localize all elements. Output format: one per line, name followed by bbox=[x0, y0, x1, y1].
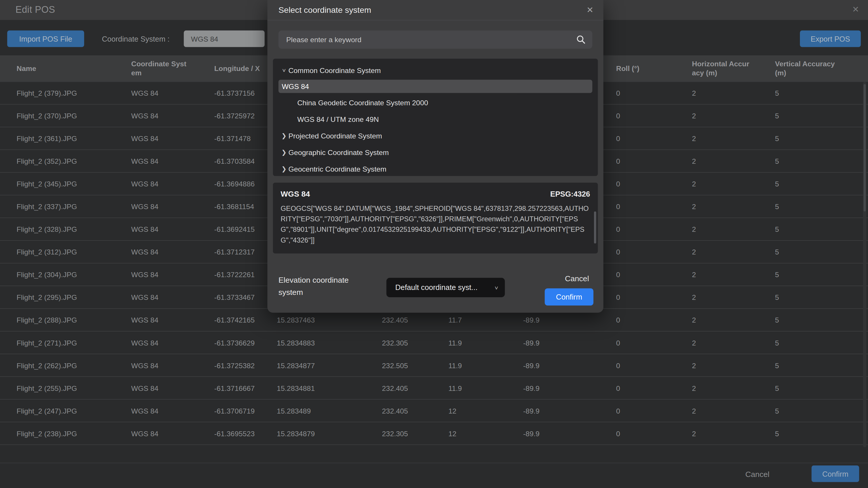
table-cell: -61.3737156 bbox=[214, 82, 272, 105]
keyword-search-input[interactable]: Please enter a keyword bbox=[278, 31, 592, 49]
table-cell: 2 bbox=[692, 331, 753, 354]
table-cell: -61.3725382 bbox=[214, 354, 272, 377]
coordinate-system-label: Coordinate System : bbox=[102, 31, 169, 47]
table-cell: 5 bbox=[775, 173, 839, 195]
table-cell: WGS 84 bbox=[131, 127, 188, 150]
table-cell: WGS 84 bbox=[131, 286, 188, 309]
tree-group-label: Projected Coordinate System bbox=[288, 131, 382, 140]
table-cell: -61.3716667 bbox=[214, 377, 272, 399]
table-cell: 5 bbox=[775, 309, 839, 331]
table-cell: Flight_2 (328).JPG bbox=[17, 218, 122, 241]
table-cell: 15.2834879 bbox=[277, 422, 338, 445]
tree-group-projected[interactable]: ❯ Projected Coordinate System bbox=[273, 127, 598, 144]
table-cell: 5 bbox=[775, 331, 839, 354]
table-row[interactable]: Flight_2 (262).JPGWGS 84-61.372538215.28… bbox=[0, 354, 868, 377]
table-cell: 2 bbox=[692, 377, 753, 399]
table-cell: Flight_2 (312).JPG bbox=[17, 241, 122, 263]
table-cell: 15.2834877 bbox=[277, 354, 338, 377]
import-pos-button[interactable]: Import POS File bbox=[7, 31, 84, 47]
table-cell: WGS 84 bbox=[131, 241, 188, 263]
coordinate-system-input[interactable]: WGS 84 bbox=[184, 31, 265, 47]
tree-item-wgs84-selected[interactable]: WGS 84 bbox=[278, 80, 592, 93]
table-cell: WGS 84 bbox=[131, 218, 188, 241]
chevron-down-icon: ˅ bbox=[495, 278, 498, 297]
dialog-close-icon[interactable]: ✕ bbox=[586, 5, 593, 15]
select-coordinate-system-dialog: Select coordinate system ✕ Please enter … bbox=[267, 0, 603, 313]
table-cell: 2 bbox=[692, 241, 753, 263]
coordinate-tree: ˅ Common Coordinate System WGS 84 China … bbox=[273, 59, 598, 176]
tree-group-common[interactable]: ˅ Common Coordinate System bbox=[273, 62, 598, 78]
table-cell: 2 bbox=[692, 263, 753, 286]
table-cell: 2 bbox=[692, 422, 753, 445]
table-cell: 12 bbox=[448, 422, 498, 445]
table-cell: Flight_2 (255).JPG bbox=[17, 377, 122, 399]
tree-item-wgs84-utm49n[interactable]: WGS 84 / UTM zone 49N bbox=[273, 111, 598, 127]
table-cell: -89.9 bbox=[523, 377, 573, 399]
table-cell: Flight_2 (345).JPG bbox=[17, 173, 122, 195]
app-window: Edit POS ✕ Import POS File Coordinate Sy… bbox=[0, 0, 868, 488]
table-cell: -61.3681154 bbox=[214, 195, 272, 218]
chevron-down-icon: ˅ bbox=[280, 67, 288, 73]
info-scrollbar-thumb[interactable] bbox=[594, 212, 596, 243]
table-cell: -61.3695523 bbox=[214, 422, 272, 445]
tree-item-cgcs2000[interactable]: China Geodetic Coordinate System 2000 bbox=[273, 94, 598, 111]
table-cell: Flight_2 (361).JPG bbox=[17, 127, 122, 150]
crs-name: WGS 84 bbox=[281, 189, 310, 198]
table-cell: 15.2834881 bbox=[277, 377, 338, 399]
table-cell: -89.9 bbox=[523, 399, 573, 422]
table-row[interactable]: Flight_2 (255).JPGWGS 84-61.371666715.28… bbox=[0, 377, 868, 399]
table-cell: 5 bbox=[775, 150, 839, 173]
page-cancel-button[interactable]: Cancel bbox=[745, 465, 769, 483]
tree-group-geographic[interactable]: ❯ Geographic Coordinate System bbox=[273, 144, 598, 161]
table-cell: 5 bbox=[775, 105, 839, 127]
table-cell: 5 bbox=[775, 354, 839, 377]
page-footer: Cancel Confirm bbox=[0, 463, 868, 488]
table-cell: 5 bbox=[775, 286, 839, 309]
table-cell: 0 bbox=[616, 82, 660, 105]
column-header: Longitude / X bbox=[214, 55, 272, 82]
table-row[interactable]: Flight_2 (247).JPGWGS 84-61.370671915.28… bbox=[0, 399, 868, 422]
table-cell: Flight_2 (262).JPG bbox=[17, 354, 122, 377]
table-row[interactable]: Flight_2 (238).JPGWGS 84-61.369552315.28… bbox=[0, 422, 868, 445]
chevron-right-icon: ❯ bbox=[280, 132, 288, 139]
table-cell: 0 bbox=[616, 173, 660, 195]
page-confirm-button[interactable]: Confirm bbox=[812, 465, 859, 482]
table-scrollbar[interactable] bbox=[863, 82, 866, 447]
table-cell: 232.405 bbox=[382, 399, 437, 422]
column-header: Horizontal Accuracy (m) bbox=[692, 55, 753, 82]
table-cell: 15.2834883 bbox=[277, 331, 338, 354]
dialog-confirm-button[interactable]: Confirm bbox=[545, 288, 593, 305]
export-pos-button[interactable]: Export POS bbox=[800, 31, 861, 47]
table-cell: 5 bbox=[775, 127, 839, 150]
table-cell: 11.9 bbox=[448, 377, 498, 399]
table-scrollbar-thumb[interactable] bbox=[864, 84, 866, 212]
table-cell: 15.283489 bbox=[277, 399, 338, 422]
table-cell: WGS 84 bbox=[131, 377, 188, 399]
table-cell: Flight_2 (370).JPG bbox=[17, 105, 122, 127]
table-cell: 0 bbox=[616, 377, 660, 399]
table-cell: 2 bbox=[692, 195, 753, 218]
table-cell: 0 bbox=[616, 127, 660, 150]
table-cell: 5 bbox=[775, 399, 839, 422]
tree-group-label: Common Coordinate System bbox=[288, 66, 381, 74]
table-cell: Flight_2 (304).JPG bbox=[17, 263, 122, 286]
table-cell: WGS 84 bbox=[131, 150, 188, 173]
search-icon bbox=[576, 35, 586, 44]
table-cell: 2 bbox=[692, 127, 753, 150]
table-cell: Flight_2 (238).JPG bbox=[17, 422, 122, 445]
tree-item-label: WGS 84 bbox=[282, 82, 309, 91]
page-close-icon[interactable]: ✕ bbox=[852, 4, 859, 14]
table-row[interactable]: Flight_2 (271).JPGWGS 84-61.373662915.28… bbox=[0, 331, 868, 354]
column-header: Vertical Accuracy (m) bbox=[775, 55, 839, 82]
tree-group-geocentric[interactable]: ❯ Geocentric Coordinate System bbox=[273, 161, 598, 177]
table-cell: 232.405 bbox=[382, 377, 437, 399]
table-cell: 5 bbox=[775, 422, 839, 445]
table-cell: 0 bbox=[616, 354, 660, 377]
table-cell: -89.9 bbox=[523, 422, 573, 445]
elevation-coordinate-dropdown[interactable]: Default coordinate syst... ˅ bbox=[386, 278, 505, 297]
table-cell: 5 bbox=[775, 195, 839, 218]
table-cell: WGS 84 bbox=[131, 82, 188, 105]
table-cell: Flight_2 (288).JPG bbox=[17, 309, 122, 331]
epsg-code: EPSG:4326 bbox=[550, 190, 590, 198]
dialog-cancel-button[interactable]: Cancel bbox=[565, 271, 589, 286]
